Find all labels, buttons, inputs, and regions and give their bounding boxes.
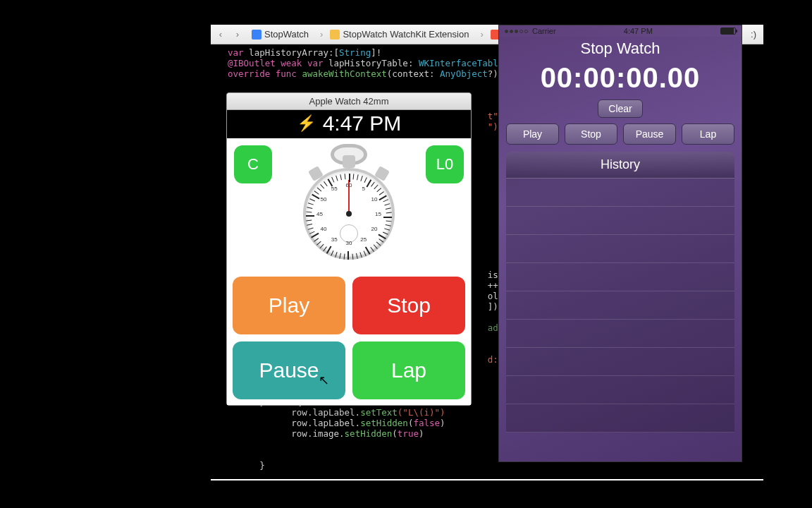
history-panel: History	[506, 152, 734, 433]
watch-time: 4:47 PM	[323, 111, 402, 135]
clear-button[interactable]: C	[234, 145, 272, 183]
pause-button-ios[interactable]: Pause	[623, 123, 676, 145]
watch-simulator: Apple Watch 42mm ⚡ 4:47 PM C L0 60510	[226, 92, 472, 406]
stop-button-ios[interactable]: Stop	[565, 123, 617, 145]
history-row	[506, 404, 734, 433]
ios-status-time: 4:47 PM	[624, 27, 653, 35]
history-row	[506, 207, 734, 235]
crumb-project-label: StopWatch	[264, 29, 309, 40]
watch-top-area: C L0 60510152025303540455055	[230, 141, 468, 274]
ios-status-bar: Carrier 4:47 PM	[499, 25, 742, 37]
history-row	[506, 348, 734, 376]
lap-count-button[interactable]: L0	[426, 145, 464, 183]
carrier-label: Carrier	[532, 27, 556, 35]
charging-icon: ⚡	[297, 114, 316, 133]
history-row	[506, 179, 734, 207]
crumb-folder[interactable]: StopWatch WatchKit Extension	[316, 27, 473, 42]
watch-window-title: Apple Watch 42mm	[227, 93, 471, 110]
iphone-simulator: Carrier 4:47 PM Stop Watch 00:00:00.00 C…	[498, 25, 742, 462]
app-title: Stop Watch	[499, 37, 742, 59]
signal-icon: Carrier	[505, 27, 556, 35]
history-row	[506, 291, 734, 320]
nav-forward-icon[interactable]: ›	[230, 28, 245, 42]
history-row	[506, 376, 734, 404]
divider	[211, 479, 763, 480]
play-button-ios[interactable]: Play	[506, 123, 559, 145]
watch-button-grid: Play Stop Pause Lap	[230, 274, 468, 402]
project-icon	[252, 30, 262, 40]
lap-button[interactable]: Lap	[352, 341, 465, 399]
timer-display: 00:00:00.00	[499, 59, 742, 97]
nav-back-icon[interactable]: ‹	[214, 28, 228, 42]
history-row	[506, 320, 734, 348]
battery-icon	[720, 28, 736, 35]
content-region: ‹ › StopWatch StopWatch WatchKit Extensi…	[211, 25, 763, 483]
crumb-folder-label: StopWatch WatchKit Extension	[343, 29, 469, 40]
lap-button-ios[interactable]: Lap	[682, 123, 734, 145]
pause-button[interactable]: Pause	[233, 341, 345, 399]
history-header: History	[506, 152, 734, 179]
clear-button-ios[interactable]: Clear	[598, 99, 642, 118]
bar-emoticon: :)	[751, 29, 761, 40]
folder-icon	[330, 30, 340, 40]
history-row	[506, 235, 734, 263]
watch-status-bar: ⚡ 4:47 PM	[227, 110, 471, 138]
history-row	[506, 263, 734, 291]
ios-button-row: Play Stop Pause Lap	[499, 123, 742, 152]
crumb-project[interactable]: StopWatch	[247, 27, 313, 42]
stop-button[interactable]: Stop	[352, 277, 465, 334]
stopwatch-icon: 60510152025303540455055	[296, 151, 402, 264]
watch-screen: C L0 60510152025303540455055 Play Stop	[227, 138, 471, 405]
play-button[interactable]: Play	[233, 277, 345, 334]
